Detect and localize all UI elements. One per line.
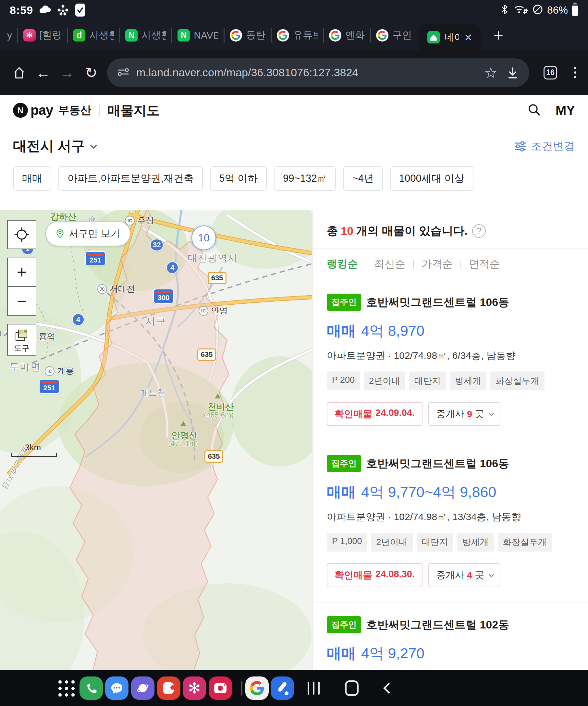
listing-tags: P 1,000 2년이내 대단지 방세개 화장실두개	[327, 533, 575, 552]
ic-yuseong: IC 유성	[125, 215, 154, 226]
pay-wordmark[interactable]: pay	[31, 103, 53, 118]
expressway-shield-251: 251	[39, 379, 60, 394]
tab-privacy-naver[interactable]: N 사생활	[120, 26, 171, 45]
route-shield-635: 635	[197, 348, 216, 361]
route-shield-635: 635	[208, 272, 227, 284]
filter-chip-type[interactable]: 아파트,아파트분양권,재건축	[58, 166, 203, 191]
tab-dongtan[interactable]: 동탄	[225, 26, 271, 45]
results-summary: 총 10 개의 매물이 있습니다. ?	[313, 210, 588, 248]
confirmed-listing-button[interactable]: 확인매물 24.08.30.	[327, 563, 423, 587]
zoom-in-button[interactable]: +	[8, 258, 36, 287]
google-app-icon[interactable]	[245, 676, 269, 700]
apps-grid-button[interactable]	[58, 680, 75, 697]
map-scale: 3km	[11, 442, 57, 457]
tab-count-button[interactable]: 16	[544, 66, 557, 79]
sort-ranking[interactable]: 랭킹순	[327, 257, 358, 271]
filter-chip-area[interactable]: 99~132㎡	[274, 166, 336, 191]
locate-me-button[interactable]	[7, 220, 36, 249]
filter-chip-households[interactable]: 1000세대 이상	[390, 166, 474, 191]
filter-chip-age[interactable]: ~4년	[343, 166, 383, 191]
sort-price[interactable]: 가격순	[422, 257, 453, 271]
myeon-label: 두마면	[9, 360, 41, 374]
listing-card[interactable]: 집주인 호반써밋그랜드센트럴 106동 매매4억 9,770~4억 9,860 …	[313, 441, 588, 602]
service-name[interactable]: 부동산	[58, 103, 91, 118]
google-favicon	[329, 29, 341, 42]
owner-badge: 집주인	[327, 616, 361, 633]
url-bar[interactable]: m.land.naver.com/map/36.3081076:127.3824…	[107, 58, 529, 87]
instagram-app-icon[interactable]	[209, 676, 232, 700]
red-profile-app-icon[interactable]	[157, 676, 181, 700]
sort-area[interactable]: 면적순	[469, 257, 500, 271]
tab-youtube[interactable]: 유튜브	[272, 26, 323, 45]
menu-kebab-icon[interactable]	[571, 67, 580, 78]
tab-jobs[interactable]: 구인	[371, 26, 417, 45]
filter-chip-trade[interactable]: 매매	[13, 166, 51, 191]
help-icon[interactable]: ?	[472, 224, 486, 238]
samsung-internet-app-icon[interactable]	[131, 676, 154, 700]
map-tools-button[interactable]: 도구	[7, 324, 36, 356]
back-icon[interactable]: ←	[33, 64, 54, 81]
recents-button[interactable]	[302, 676, 325, 700]
zoom-out-button[interactable]: −	[8, 287, 36, 315]
back-button[interactable]	[377, 676, 400, 700]
home-icon[interactable]	[8, 65, 30, 80]
region-selector[interactable]: 대전시 서구	[13, 137, 95, 155]
reload-icon[interactable]: ↻	[80, 64, 102, 81]
agents-dropdown-button[interactable]: 중개사 4 곳	[428, 563, 500, 587]
battery-icon	[572, 4, 578, 16]
district-label: 서구	[145, 315, 167, 328]
ipadmarket-favicon: ✻	[23, 29, 36, 42]
map-canvas[interactable]: 갑하산 (468.7m) IC 유성 대전광역시 호남고속지선 1 32 251…	[0, 210, 312, 670]
listing-cluster-marker[interactable]: 10	[191, 226, 216, 250]
my-button[interactable]: MY	[555, 103, 575, 118]
naver-favicon: N	[178, 29, 190, 42]
bluetooth-icon	[500, 4, 509, 16]
tab-privacy-daum[interactable]: d 사생활	[68, 26, 119, 45]
tab-active-naver-land[interactable]: 네이버부동산 ×	[419, 24, 480, 50]
listing-title: 호반써밋그랜드센트럴 106동	[366, 456, 509, 471]
close-tab-icon[interactable]: ×	[464, 31, 472, 44]
header-divider	[99, 105, 100, 116]
site-settings-icon[interactable]	[117, 67, 130, 79]
home-button[interactable]	[340, 676, 363, 700]
new-tab-button[interactable]: +	[494, 27, 503, 44]
messages-app-icon[interactable]	[105, 676, 128, 700]
tab-partial[interactable]: y	[2, 26, 17, 45]
listing-card[interactable]: 집주인 호반써밋그랜드센트럴 102동 매매4억 9,270 아파트분양권 · …	[313, 602, 588, 670]
bookmark-star-icon[interactable]: ☆	[484, 64, 498, 81]
agents-dropdown-button[interactable]: 중개사 9 곳	[428, 402, 500, 426]
chevron-down-icon	[489, 572, 494, 577]
tab-yen[interactable]: 엔화	[324, 26, 370, 45]
sort-newest[interactable]: 최신순	[374, 257, 405, 271]
flower-app-icon[interactable]: ✻	[183, 676, 206, 700]
search-icon[interactable]	[527, 103, 541, 118]
filter-chip-price[interactable]: 5억 이하	[210, 166, 267, 191]
confirmed-listing-button[interactable]: 확인매물 24.09.04.	[327, 402, 423, 426]
url-text[interactable]: m.land.naver.com/map/36.3081076:127.3824	[136, 66, 476, 79]
map-tiles	[0, 210, 312, 670]
map-pin-icon	[56, 228, 64, 239]
no-signal-icon	[532, 4, 543, 16]
listing-tags: P 200 2년이내 대단지 방세개 화장실두개	[327, 371, 575, 390]
chevron-down-icon	[489, 410, 494, 416]
tab-strip: y ✻ [힐링 d 사생활 N 사생활 N NAVER 동탄	[0, 20, 588, 50]
checkbox-icon	[75, 3, 86, 17]
wifi-icon	[513, 4, 528, 16]
route-shield-4: 4	[72, 313, 84, 326]
listing-card[interactable]: 집주인 호반써밋그랜드센트럴 106동 매매4억 8,970 아파트분양권 · …	[313, 280, 588, 441]
blue-pen-app-icon[interactable]	[271, 676, 294, 700]
show-district-only-button[interactable]: 서구만 보기	[45, 221, 130, 246]
change-conditions-button[interactable]: 조건변경	[514, 139, 575, 154]
tab-healing[interactable]: ✻ [힐링	[18, 26, 67, 45]
phone-app-icon[interactable]	[79, 676, 103, 700]
forward-icon[interactable]: →	[56, 64, 78, 81]
download-icon[interactable]	[506, 66, 519, 79]
naver-pay-logo[interactable]: N	[13, 103, 28, 118]
google-favicon	[230, 29, 242, 42]
google-favicon	[277, 29, 289, 42]
expressway-shield-300: 300	[153, 289, 174, 304]
browser-toolbar: ← → ↻ m.land.naver.com/map/36.3081076:12…	[0, 50, 588, 95]
status-bar: 8:59	[0, 0, 588, 20]
cloud-icon	[38, 4, 51, 16]
tab-naver[interactable]: N NAVER	[172, 26, 224, 45]
